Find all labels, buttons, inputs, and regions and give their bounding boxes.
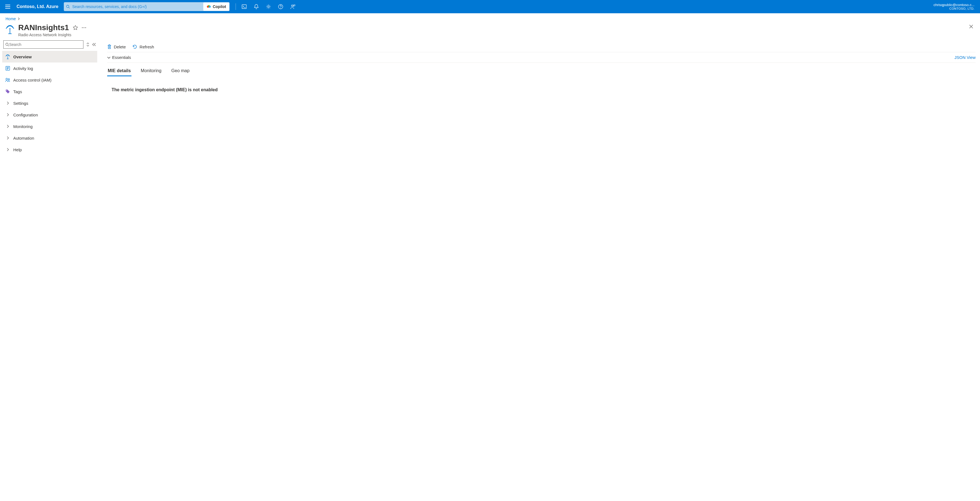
tab-bar: MIE details Monitoring Geo map <box>107 66 975 76</box>
refresh-button[interactable]: Refresh <box>132 44 154 49</box>
svg-point-18 <box>6 78 8 80</box>
bell-icon <box>254 4 259 9</box>
global-search[interactable]: Copilot <box>64 2 229 11</box>
sidebar-item-access-control[interactable]: Access control (IAM) <box>2 74 97 86</box>
command-bar: Delete Refresh <box>107 40 975 52</box>
tab-mie-details[interactable]: MIE details <box>107 66 132 76</box>
help-button[interactable] <box>275 1 286 12</box>
sidebar-item-monitoring[interactable]: Monitoring <box>2 121 97 132</box>
tab-content-mie: The metric ingestion endpoint (MIE) is n… <box>107 76 975 104</box>
sidebar-item-label: Access control (IAM) <box>13 78 51 82</box>
svg-point-10 <box>10 28 11 29</box>
hamburger-menu-button[interactable] <box>2 1 13 12</box>
essentials-label: Essentials <box>112 55 131 60</box>
sidebar-search[interactable] <box>3 40 83 49</box>
divider <box>235 3 236 10</box>
svg-point-13 <box>85 27 86 28</box>
chevron-right-icon <box>5 102 11 105</box>
chevron-right-icon <box>5 136 11 140</box>
chevron-right-icon <box>5 113 11 116</box>
sidebar-item-tags[interactable]: Tags <box>2 86 97 97</box>
resource-header: RANInsights1 Radio Access Network Insigh… <box>0 22 980 40</box>
svg-line-1 <box>69 8 70 9</box>
settings-button[interactable] <box>263 1 274 12</box>
delete-button[interactable]: Delete <box>107 44 126 49</box>
person-feedback-icon <box>290 4 295 9</box>
svg-point-11 <box>82 27 83 28</box>
account-tenant: CONTOSO, LTD. <box>934 7 974 11</box>
favorite-button[interactable] <box>73 25 78 30</box>
chevron-right-icon <box>5 148 11 151</box>
resource-type-icon <box>6 24 14 34</box>
content-area: Overview Activity log Access control (IA… <box>0 40 980 161</box>
close-blade-button[interactable] <box>968 23 974 30</box>
breadcrumb-home-link[interactable]: Home <box>6 17 16 21</box>
tab-monitoring[interactable]: Monitoring <box>140 66 162 76</box>
svg-line-15 <box>8 45 9 46</box>
essentials-section: Essentials JSON View <box>107 52 975 63</box>
more-icon <box>82 27 86 28</box>
star-icon <box>73 25 78 30</box>
antenna-icon <box>5 54 11 59</box>
json-view-link[interactable]: JSON View <box>955 55 975 60</box>
expand-collapse-button[interactable] <box>86 42 89 47</box>
notifications-button[interactable] <box>251 1 262 12</box>
sidebar-item-help[interactable]: Help <box>2 144 97 155</box>
global-search-input[interactable] <box>72 5 203 9</box>
sidebar-item-label: Overview <box>13 54 32 59</box>
sidebar-item-label: Tags <box>13 89 22 94</box>
brand-label[interactable]: Contoso, Ltd. Azure <box>13 4 62 9</box>
svg-point-16 <box>8 56 8 57</box>
copilot-button[interactable]: Copilot <box>203 3 229 11</box>
svg-point-12 <box>83 27 84 28</box>
breadcrumb: Home <box>0 13 980 22</box>
delete-label: Delete <box>114 45 126 49</box>
account-menu[interactable]: chrisqpublic@contoso.c... CONTOSO, LTD. <box>930 3 978 11</box>
svg-rect-5 <box>242 5 247 9</box>
chevron-double-left-icon <box>92 43 96 46</box>
feedback-button[interactable] <box>287 1 298 12</box>
svg-point-4 <box>208 5 210 6</box>
sort-icon <box>86 42 89 47</box>
svg-point-19 <box>8 79 10 80</box>
gear-icon <box>266 4 271 9</box>
sidebar-item-activity-log[interactable]: Activity log <box>2 62 97 74</box>
sidebar-search-input[interactable] <box>9 42 81 47</box>
sidebar-item-label: Configuration <box>13 113 38 117</box>
main-panel: Delete Refresh Essentials JSON View MIE … <box>99 40 980 161</box>
sidebar-item-label: Activity log <box>13 66 33 71</box>
svg-point-6 <box>268 6 269 8</box>
cloud-shell-button[interactable] <box>239 1 250 12</box>
help-icon <box>278 4 283 9</box>
menu-icon <box>5 5 10 9</box>
sidebar-nav: Overview Activity log Access control (IA… <box>2 51 97 155</box>
resource-type-label: Radio Access Network Insights <box>18 33 86 37</box>
essentials-toggle[interactable]: Essentials <box>107 55 131 60</box>
sidebar-item-configuration[interactable]: Configuration <box>2 109 97 121</box>
collapse-sidebar-button[interactable] <box>92 43 96 46</box>
activity-log-icon <box>5 66 11 70</box>
tab-geo-map[interactable]: Geo map <box>171 66 190 76</box>
chevron-right-icon <box>18 18 20 20</box>
sidebar-item-automation[interactable]: Automation <box>2 132 97 144</box>
tag-icon <box>5 89 11 94</box>
search-icon <box>64 5 72 9</box>
svg-point-14 <box>6 43 8 46</box>
svg-point-8 <box>281 8 281 8</box>
account-email: chrisqpublic@contoso.c... <box>934 3 974 7</box>
copilot-label: Copilot <box>213 5 226 9</box>
sidebar-item-label: Settings <box>13 101 28 105</box>
sidebar-item-label: Automation <box>13 136 34 140</box>
resource-menu-sidebar: Overview Activity log Access control (IA… <box>0 40 99 161</box>
mie-status-message: The metric ingestion endpoint (MIE) is n… <box>111 88 971 93</box>
sidebar-item-label: Help <box>13 147 22 152</box>
svg-point-20 <box>6 90 7 91</box>
sidebar-item-overview[interactable]: Overview <box>2 51 97 62</box>
more-actions-button[interactable] <box>82 27 86 28</box>
refresh-label: Refresh <box>140 45 154 49</box>
copilot-icon <box>207 5 211 9</box>
sidebar-item-settings[interactable]: Settings <box>2 97 97 109</box>
refresh-icon <box>132 44 137 49</box>
svg-point-7 <box>278 5 283 9</box>
search-icon <box>5 43 9 46</box>
